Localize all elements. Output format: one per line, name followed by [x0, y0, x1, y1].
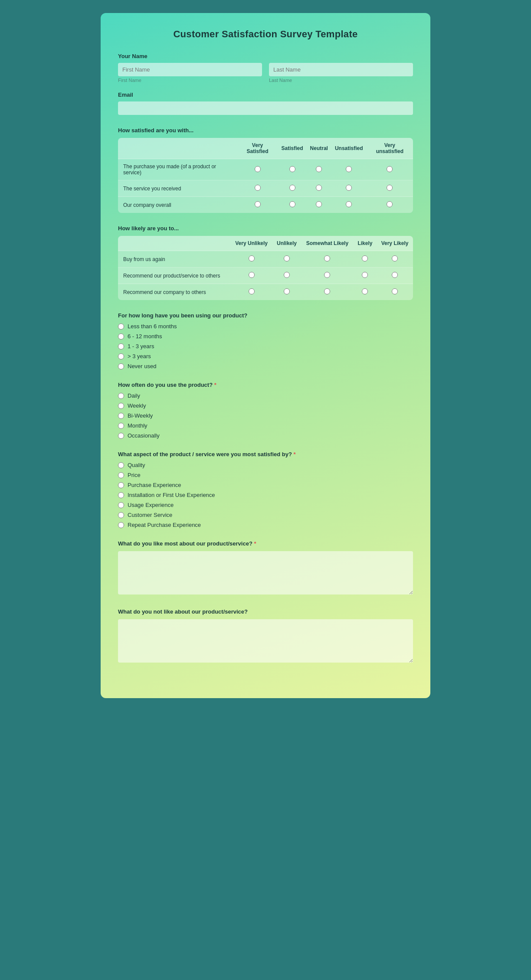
like-least-question: What do you not like about our product/s…: [118, 608, 413, 615]
satisfaction-aspect-section: What aspect of the product / service wer…: [118, 451, 413, 528]
frequency-radio[interactable]: [118, 403, 124, 409]
like-radio[interactable]: [324, 272, 330, 278]
like-radio[interactable]: [249, 272, 255, 278]
sat-radio[interactable]: [255, 201, 261, 207]
like-radio[interactable]: [324, 255, 330, 261]
sat-radio-cell: [331, 159, 367, 180]
aspect-label: Quality: [128, 462, 145, 468]
sat-radio[interactable]: [387, 201, 393, 207]
frequency-label: Bi-Weekly: [128, 412, 153, 419]
list-item: Purchase Experience: [118, 482, 413, 488]
duration-label: 6 - 12 months: [128, 333, 162, 340]
sat-radio[interactable]: [346, 166, 352, 172]
like-radio[interactable]: [249, 288, 255, 294]
list-item: Repeat Purchase Experience: [118, 522, 413, 528]
like-col-0: [118, 236, 230, 251]
aspect-radio[interactable]: [118, 492, 124, 498]
aspect-radio[interactable]: [118, 522, 124, 528]
likelihood-header-row: Very Unlikely Unlikely Somewhat Likely L…: [118, 236, 413, 251]
aspect-radio[interactable]: [118, 482, 124, 488]
like-radio-cell: [230, 268, 272, 284]
table-row: The service you received: [118, 180, 413, 197]
like-most-textarea[interactable]: [118, 551, 413, 595]
sat-radio[interactable]: [255, 166, 261, 172]
sat-radio-cell: [237, 197, 278, 213]
like-row-label: Buy from us again: [118, 251, 230, 268]
sat-radio-cell: [278, 159, 307, 180]
sat-radio-cell: [278, 180, 307, 197]
like-radio[interactable]: [392, 255, 398, 261]
satisfaction-table: Very Satisfied Satisfied Neutral Unsatis…: [118, 138, 413, 213]
sat-radio[interactable]: [346, 201, 352, 207]
table-row: Recommend our company to others: [118, 284, 413, 301]
like-least-section: What do you not like about our product/s…: [118, 608, 413, 664]
sat-radio[interactable]: [346, 185, 352, 191]
sat-radio[interactable]: [316, 185, 322, 191]
sat-radio[interactable]: [316, 166, 322, 172]
like-least-textarea[interactable]: [118, 619, 413, 663]
list-item: Installation or First Use Experience: [118, 492, 413, 498]
usage-frequency-question: How often do you use the product? *: [118, 382, 413, 388]
list-item: Less than 6 months: [118, 323, 413, 330]
like-col-4: Likely: [354, 236, 377, 251]
usage-frequency-group: DailyWeeklyBi-WeeklyMonthlyOccasionally: [118, 392, 413, 439]
frequency-radio[interactable]: [118, 423, 124, 429]
like-radio[interactable]: [392, 288, 398, 294]
duration-radio[interactable]: [118, 333, 124, 340]
duration-radio[interactable]: [118, 353, 124, 359]
first-name-input[interactable]: [118, 63, 262, 76]
sat-radio-cell: [367, 159, 413, 180]
sat-radio[interactable]: [387, 166, 393, 172]
aspect-radio[interactable]: [118, 472, 124, 478]
duration-radio[interactable]: [118, 363, 124, 369]
sat-radio[interactable]: [289, 201, 295, 207]
sat-radio[interactable]: [289, 166, 295, 172]
like-radio[interactable]: [392, 272, 398, 278]
duration-radio[interactable]: [118, 323, 124, 330]
like-col-2: Unlikely: [272, 236, 301, 251]
likelihood-question: How likely are you to...: [118, 225, 413, 232]
satisfaction-aspect-question: What aspect of the product / service wer…: [118, 451, 413, 457]
sat-row-label: The service you received: [118, 180, 237, 197]
email-label: Email: [118, 91, 413, 98]
table-row: Our company overall: [118, 197, 413, 213]
like-radio[interactable]: [284, 255, 290, 261]
list-item: Customer Service: [118, 512, 413, 518]
frequency-radio[interactable]: [118, 393, 124, 399]
sat-radio-cell: [367, 180, 413, 197]
frequency-radio[interactable]: [118, 433, 124, 439]
like-radio[interactable]: [362, 288, 368, 294]
duration-radio[interactable]: [118, 343, 124, 350]
sat-col-4: Unsatisfied: [331, 138, 367, 159]
sat-radio[interactable]: [316, 201, 322, 207]
first-name-field: First Name: [118, 63, 262, 83]
sat-radio[interactable]: [289, 185, 295, 191]
like-radio[interactable]: [284, 272, 290, 278]
like-radio[interactable]: [249, 255, 255, 261]
frequency-radio[interactable]: [118, 413, 124, 419]
list-item: Never used: [118, 363, 413, 369]
like-most-question: What do you like most about our product/…: [118, 540, 413, 547]
like-radio[interactable]: [362, 272, 368, 278]
like-radio[interactable]: [324, 288, 330, 294]
aspect-radio[interactable]: [118, 502, 124, 508]
sat-radio[interactable]: [255, 185, 261, 191]
sat-radio[interactable]: [387, 185, 393, 191]
name-label: Your Name: [118, 53, 413, 59]
like-radio-cell: [301, 284, 354, 301]
aspect-label: Usage Experience: [128, 502, 174, 508]
like-radio[interactable]: [284, 288, 290, 294]
satisfaction-aspect-group: QualityPricePurchase ExperienceInstallat…: [118, 462, 413, 528]
sat-col-1: Very Satisfied: [237, 138, 278, 159]
last-name-field: Last Name: [269, 63, 413, 83]
like-row-label: Recommend our company to others: [118, 284, 230, 301]
like-radio-cell: [377, 268, 413, 284]
frequency-label: Weekly: [128, 402, 146, 409]
aspect-radio[interactable]: [118, 512, 124, 518]
last-name-input[interactable]: [269, 63, 413, 76]
email-input[interactable]: [118, 101, 413, 115]
aspect-radio[interactable]: [118, 462, 124, 468]
last-name-sublabel: Last Name: [269, 78, 413, 83]
like-radio[interactable]: [362, 255, 368, 261]
satisfaction-question: How satisfied are you with...: [118, 127, 413, 134]
